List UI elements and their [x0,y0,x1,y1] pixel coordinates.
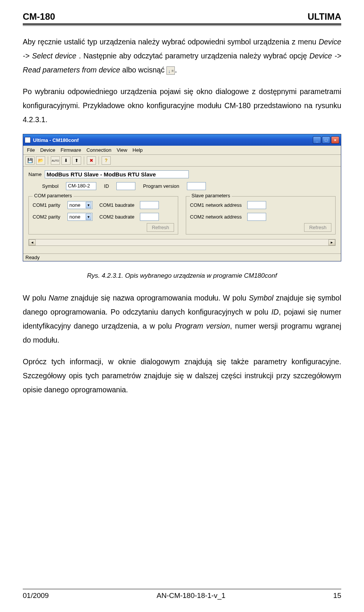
close-button[interactable]: × [331,136,339,144]
select-value: none [69,202,80,208]
text: Aby ręcznie ustalić typ urządzenia należ… [23,38,318,46]
separator [84,156,84,165]
save-icon[interactable]: 💾 [25,156,35,165]
disconnect-icon[interactable]: ✖ [87,156,96,165]
auto-icon[interactable]: AUTO [51,156,60,165]
slave-parameters-group: Slave parameters COM1 network address CO… [186,196,336,234]
com2-parity-label: COM2 parity [33,214,62,220]
id-label: ID [104,183,109,189]
com2-baud-field[interactable] [140,213,159,221]
refresh-button-slave[interactable]: Refresh [304,223,331,232]
field-ref: Symbol [249,294,273,302]
header-left: CM-180 [23,11,55,22]
group-legend: Slave parameters [190,193,232,198]
read-params-icon [166,66,175,75]
com1-parity-select[interactable]: none ▼ [67,201,93,209]
com1-net-label: COM1 network address [190,202,242,208]
chevron-down-icon: ▼ [86,202,91,208]
name-label: Name [28,171,42,177]
progver-field[interactable] [187,182,206,190]
footer-page: 15 [333,592,341,600]
status-text: Ready [25,255,40,260]
separator [99,156,99,165]
page-header: CM-180 ULTIMA [23,11,341,22]
com2-net-field[interactable] [247,213,266,221]
minimize-button[interactable]: _ [313,136,321,144]
name-field[interactable]: ModBus RTU Slave - ModBus RTU Slave [45,170,189,178]
com2-net-label: COM2 network address [190,214,242,220]
menu-view[interactable]: View [117,147,127,153]
figure-caption: Rys. 4.2.3.1. Opis wybranego urządzenia … [23,272,341,280]
page-footer: 01/2009 AN-CM-180-18-1-v_1 15 [23,589,341,600]
paragraph-3: W polu Name znajduje się nazwa oprogramo… [23,291,341,347]
text: . [175,66,177,74]
text: znajduje się nazwa oprogramowania modułu… [68,294,249,302]
help-icon[interactable]: ? [102,156,111,165]
separator [48,156,48,165]
text: albo wcisnąć [122,66,166,74]
menu-connection[interactable]: Connection [86,147,111,153]
refresh-button-com[interactable]: Refresh [147,223,174,232]
footer-date: 01/2009 [23,592,49,600]
com1-baud-field[interactable] [140,201,159,209]
header-rule [23,24,341,26]
maximize-button[interactable]: □ [322,136,330,144]
write-icon[interactable]: ⬆ [72,156,81,165]
com2-baud-label: COM2 baudrate [99,214,135,220]
footer-rule [23,589,341,589]
scroll-track[interactable] [36,239,328,245]
header-right: ULTIMA [308,11,341,22]
menu-firmware[interactable]: Firmware [61,147,81,153]
symbol-field[interactable]: CM-180-2 [66,182,96,190]
paragraph-1: Aby ręcznie ustalić typ urządzenia należ… [23,35,341,77]
com1-baud-label: COM1 baudrate [99,202,135,208]
open-icon[interactable]: 📂 [36,156,45,165]
com-parameters-group: COM parameters COM1 parity none ▼ COM1 b… [28,196,178,234]
titlebar[interactable]: Ultima - CM180conf _ □ × [23,134,341,146]
read-icon[interactable]: ⬇ [61,156,71,165]
app-window: Ultima - CM180conf _ □ × File Device Fir… [23,134,341,261]
paragraph-4: Oprócz tych informacji, w oknie dialogow… [23,355,341,397]
paragraph-2: Po wybraniu odpowiedniego urządzenia poj… [23,85,341,127]
field-ref: Name [49,294,68,302]
com1-parity-label: COM1 parity [33,202,62,208]
menubar: File Device Firmware Connection View Hel… [23,146,341,155]
menu-device[interactable]: Device [40,147,55,153]
symbol-label: Symbol [42,183,58,189]
com2-parity-select[interactable]: none ▼ [67,213,93,221]
client-area: Name ModBus RTU Slave - ModBus RTU Slave… [23,167,341,253]
app-icon [25,137,31,143]
field-ref: Program version [175,322,230,330]
group-legend: COM parameters [33,193,74,198]
text: W polu [23,294,49,302]
id-field[interactable] [116,182,135,190]
chevron-down-icon: ▼ [86,214,91,220]
scroll-right-icon[interactable]: ► [328,239,335,245]
horizontal-scrollbar[interactable]: ◄ ► [28,239,336,246]
footer-docid: AN-CM-180-18-1-v_1 [157,592,226,600]
progver-label: Program version [143,183,179,189]
com1-net-field[interactable] [247,201,266,209]
statusbar: Ready [23,253,341,261]
menu-help[interactable]: Help [133,147,143,153]
scroll-left-icon[interactable]: ◄ [29,239,36,245]
text: . Następnie aby odczytać parametry urząd… [79,52,309,60]
field-ref: ID [271,308,279,316]
select-value: none [69,214,80,220]
menu-file[interactable]: File [27,147,35,153]
window-title: Ultima - CM180conf [33,137,313,143]
toolbar: 💾 📂 AUTO ⬇ ⬆ ✖ ? [23,155,341,167]
